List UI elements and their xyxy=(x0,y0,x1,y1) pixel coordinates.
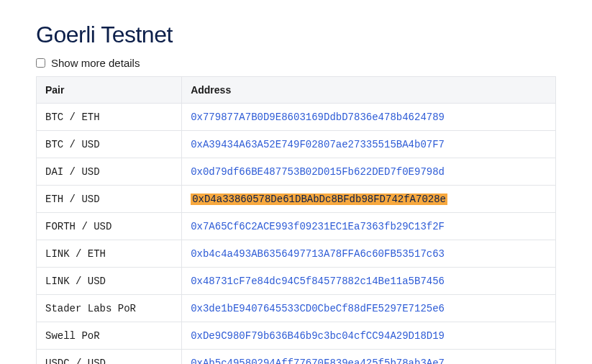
show-more-details-label[interactable]: Show more details xyxy=(51,57,140,69)
table-row: FORTH / USD0x7A65Cf6C2ACE993f09231EC1Ea7… xyxy=(37,213,556,240)
address-link[interactable]: 0xA39434A63A52E749F02807ae27335515BA4b07… xyxy=(191,139,445,150)
address-link[interactable]: 0x0d79df66BE487753B02D015Fb622DED7f0E979… xyxy=(191,166,445,178)
header-address: Address xyxy=(182,77,556,104)
address-cell: 0xD4a33860578De61DBAbDc8BFdb98FD742fA702… xyxy=(182,186,556,213)
table-row: LINK / ETH0xb4c4a493AB6356497713A78FFA6c… xyxy=(37,240,556,268)
table-row: LINK / USD0x48731cF7e84dc94C5f84577882c1… xyxy=(37,268,556,295)
address-cell: 0x48731cF7e84dc94C5f84577882c14Be11a5B74… xyxy=(182,268,556,295)
pair-cell: ETH / USD xyxy=(37,186,182,213)
pair-cell: BTC / USD xyxy=(37,131,182,158)
table-row: Swell PoR0xDe9C980F79b636B46b9c3bc04cfCC… xyxy=(37,322,556,350)
table-row: BTC / USD0xA39434A63A52E749F02807ae27335… xyxy=(37,131,556,158)
page-title: Goerli Testnet xyxy=(36,22,556,48)
address-link[interactable]: 0x3de1bE9407645533CD0CbeCf88dFE5297E7125… xyxy=(191,303,445,314)
address-link[interactable]: 0xD4a33860578De61DBAbDc8BFdb98FD742fA702… xyxy=(191,194,447,205)
pair-cell: BTC / ETH xyxy=(37,104,182,131)
address-cell: 0xAb5c49580294Aff77670F839ea425f5b78ab3A… xyxy=(182,350,556,365)
pair-cell: Stader Labs PoR xyxy=(37,295,182,322)
address-link[interactable]: 0xDe9C980F79b636B46b9c3bc04cfCC94A29D18D… xyxy=(191,330,445,342)
pair-cell: LINK / USD xyxy=(37,268,182,295)
table-row: ETH / USD0xD4a33860578De61DBAbDc8BFdb98F… xyxy=(37,186,556,213)
pair-cell: USDC / USD xyxy=(37,350,182,365)
address-link[interactable]: 0xb4c4a493AB6356497713A78FFA6c60FB53517c… xyxy=(191,248,445,260)
address-link[interactable]: 0x779877A7B0D9E8603169DdbD7836e478b46247… xyxy=(191,112,445,123)
pair-cell: LINK / ETH xyxy=(37,240,182,268)
address-cell: 0xb4c4a493AB6356497713A78FFA6c60FB53517c… xyxy=(182,240,556,268)
address-link[interactable]: 0x48731cF7e84dc94C5f84577882c14Be11a5B74… xyxy=(191,276,445,287)
table-row: USDC / USD0xAb5c49580294Aff77670F839ea42… xyxy=(37,350,556,365)
show-more-details-checkbox[interactable] xyxy=(36,58,45,68)
table-body: BTC / ETH0x779877A7B0D9E8603169DdbD7836e… xyxy=(37,104,556,365)
address-cell: 0x779877A7B0D9E8603169DdbD7836e478b46247… xyxy=(182,104,556,131)
pair-cell: FORTH / USD xyxy=(37,213,182,240)
table-row: Stader Labs PoR0x3de1bE9407645533CD0CbeC… xyxy=(37,295,556,322)
table-row: DAI / USD0x0d79df66BE487753B02D015Fb622D… xyxy=(37,158,556,186)
feeds-table: Pair Address BTC / ETH0x779877A7B0D9E860… xyxy=(36,76,556,364)
pair-cell: DAI / USD xyxy=(37,158,182,186)
address-cell: 0x3de1bE9407645533CD0CbeCf88dFE5297E7125… xyxy=(182,295,556,322)
address-link[interactable]: 0xAb5c49580294Aff77670F839ea425f5b78ab3A… xyxy=(191,358,445,364)
address-cell: 0xA39434A63A52E749F02807ae27335515BA4b07… xyxy=(182,131,556,158)
address-cell: 0x7A65Cf6C2ACE993f09231EC1Ea7363fb29C13f… xyxy=(182,213,556,240)
table-header-row: Pair Address xyxy=(37,77,556,104)
header-pair: Pair xyxy=(37,77,182,104)
address-link[interactable]: 0x7A65Cf6C2ACE993f09231EC1Ea7363fb29C13f… xyxy=(191,221,445,232)
address-cell: 0xDe9C980F79b636B46b9c3bc04cfCC94A29D18D… xyxy=(182,322,556,350)
show-more-details-row: Show more details xyxy=(36,57,556,69)
table-row: BTC / ETH0x779877A7B0D9E8603169DdbD7836e… xyxy=(37,104,556,131)
pair-cell: Swell PoR xyxy=(37,322,182,350)
address-cell: 0x0d79df66BE487753B02D015Fb622DED7f0E979… xyxy=(182,158,556,186)
